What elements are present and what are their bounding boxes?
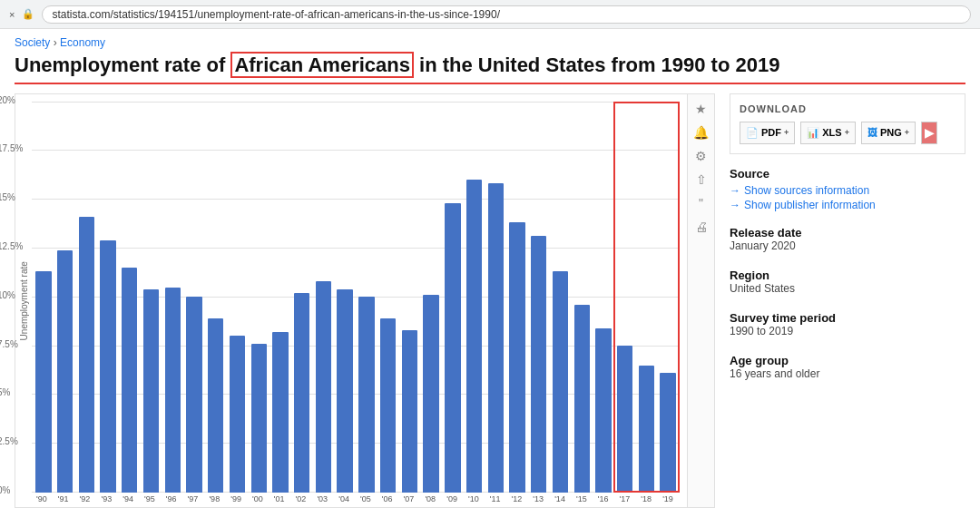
download-section: DOWNLOAD 📄 PDF + 📊 XLS + 🖼 PNG <box>730 93 965 154</box>
age-group-value: 16 years and older <box>730 367 965 380</box>
age-group-label: Age group <box>730 354 965 367</box>
release-date-item: Release date January 2020 <box>730 226 965 252</box>
source-section: Source Show sources information Show pub… <box>730 163 965 217</box>
bar-wrapper <box>34 102 54 493</box>
show-sources-link[interactable]: Show sources information <box>730 184 965 197</box>
breadcrumb-economy[interactable]: Economy <box>60 36 105 49</box>
bar-wrapper <box>184 102 204 493</box>
print-icon[interactable]: 🖨 <box>695 220 708 234</box>
quote-icon[interactable]: " <box>699 196 703 210</box>
bar[interactable] <box>553 271 568 493</box>
main-layout: Unemployment rate 20%17.5%15%12.5%10%7.5… <box>15 93 965 508</box>
bar-wrapper <box>228 102 248 493</box>
bar-wrapper <box>335 102 355 493</box>
bar[interactable] <box>143 289 159 493</box>
bar[interactable] <box>380 318 396 493</box>
share-icon[interactable]: ⇧ <box>696 172 707 187</box>
survey-period-item: Survey time period 1990 to 2019 <box>730 311 965 337</box>
bar-wrapper <box>314 102 334 493</box>
release-date-label: Release date <box>730 226 965 239</box>
y-axis-tick-label: 5% <box>0 387 10 397</box>
x-axis-label: '01 <box>270 494 289 503</box>
bar[interactable] <box>445 203 460 493</box>
bar-wrapper <box>55 102 75 493</box>
source-label: Source <box>730 167 965 181</box>
y-axis-label: Unemployment rate <box>15 94 32 507</box>
bar[interactable] <box>316 281 331 493</box>
bar-wrapper <box>551 102 571 493</box>
star-icon[interactable]: ★ <box>695 102 707 116</box>
bar[interactable] <box>79 217 94 493</box>
png-plus: + <box>905 128 909 137</box>
breadcrumb-society[interactable]: Society <box>15 36 50 49</box>
bar[interactable] <box>272 332 288 493</box>
chart-section: Unemployment rate 20%17.5%15%12.5%10%7.5… <box>15 93 715 508</box>
bar-wrapper <box>399 102 419 493</box>
bar[interactable] <box>509 222 524 493</box>
bar[interactable] <box>294 293 309 493</box>
xls-plus: + <box>845 128 849 137</box>
bar-wrapper <box>615 102 635 493</box>
bar[interactable] <box>402 330 417 493</box>
pdf-plus: + <box>784 128 789 137</box>
bar-wrapper <box>206 102 226 493</box>
x-axis-label: '00 <box>248 494 268 503</box>
bar-wrapper <box>485 102 505 493</box>
bar[interactable] <box>466 180 482 493</box>
bar[interactable] <box>617 346 632 493</box>
bars-container <box>32 102 680 493</box>
x-axis-label: '02 <box>291 494 311 503</box>
bar[interactable] <box>208 318 223 493</box>
bar-wrapper <box>76 102 96 493</box>
bar[interactable] <box>186 297 201 493</box>
lock-icon: 🔒 <box>22 8 34 20</box>
x-axis-label: '92 <box>75 494 95 503</box>
bar[interactable] <box>230 336 245 493</box>
bar[interactable] <box>358 297 374 493</box>
title-part2: in the United States from 1990 to 2019 <box>414 54 779 76</box>
bar[interactable] <box>35 271 51 493</box>
x-axis-label: '04 <box>334 494 354 503</box>
release-date-value: January 2020 <box>730 239 965 252</box>
breadcrumb: Society › Economy <box>15 36 965 49</box>
close-icon[interactable]: × <box>9 9 15 20</box>
y-axis-tick-label: 20% <box>0 95 15 105</box>
x-axis-label: '11 <box>485 494 505 503</box>
bar[interactable] <box>660 373 675 493</box>
survey-period-value: 1990 to 2019 <box>730 325 965 337</box>
bar[interactable] <box>100 240 115 493</box>
pdf-label: PDF <box>761 127 781 138</box>
bar[interactable] <box>57 250 73 493</box>
bar[interactable] <box>337 289 352 493</box>
download-png-button[interactable]: 🖼 PNG + <box>861 122 916 144</box>
x-axis-label: '16 <box>593 494 613 503</box>
x-axis-label: '08 <box>420 494 440 503</box>
bar[interactable] <box>639 366 654 493</box>
browser-bar: × 🔒 statista.com/statistics/194151/unemp… <box>0 0 980 29</box>
bar-wrapper <box>98 102 118 493</box>
bar-wrapper <box>292 102 312 493</box>
bar[interactable] <box>595 328 611 493</box>
download-extra-button[interactable]: ▶ <box>921 122 937 144</box>
bar[interactable] <box>251 344 267 493</box>
gear-icon[interactable]: ⚙ <box>695 149 707 163</box>
page-title: Unemployment rate of African Americans i… <box>15 53 965 84</box>
bar-wrapper <box>637 102 657 493</box>
bar[interactable] <box>488 183 504 493</box>
download-xls-button[interactable]: 📊 XLS + <box>800 122 856 144</box>
bar[interactable] <box>423 295 438 493</box>
download-pdf-button[interactable]: 📄 PDF + <box>740 122 795 144</box>
chart-icons: ★ 🔔 ⚙ ⇧ " 🖨 <box>687 94 714 507</box>
bar[interactable] <box>122 268 137 493</box>
title-part1: Unemployment rate of <box>15 54 230 76</box>
bar[interactable] <box>531 236 546 493</box>
download-buttons: 📄 PDF + 📊 XLS + 🖼 PNG + ▶ <box>740 122 956 144</box>
bell-icon[interactable]: 🔔 <box>693 125 709 140</box>
chart-inner: 20%17.5%15%12.5%10%7.5%5%2.5%0% '90'91'9… <box>32 94 687 507</box>
bar[interactable] <box>574 305 590 493</box>
bar-wrapper <box>443 102 463 493</box>
url-bar[interactable]: statista.com/statistics/194151/unemploym… <box>42 5 971 24</box>
xls-icon: 📊 <box>807 127 819 139</box>
bar[interactable] <box>165 288 181 493</box>
show-publisher-link[interactable]: Show publisher information <box>730 199 965 211</box>
